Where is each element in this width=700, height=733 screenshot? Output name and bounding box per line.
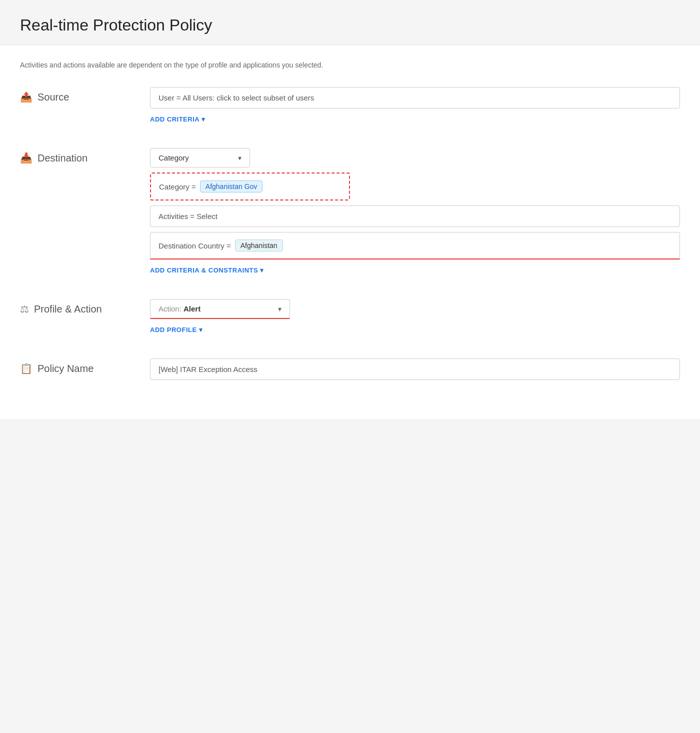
page-subtitle: Activities and actions available are dep… bbox=[20, 61, 680, 69]
destination-country-prefix: Destination Country = bbox=[158, 242, 231, 250]
profile-action-label: ⚖ Profile & Action bbox=[20, 299, 150, 315]
category-value-tag[interactable]: Afghanistan Gov bbox=[200, 180, 263, 192]
destination-country-row[interactable]: Destination Country = Afghanistan bbox=[150, 232, 680, 260]
activities-field[interactable]: Activities = Select bbox=[150, 206, 680, 227]
category-prefix: Category = bbox=[159, 182, 196, 191]
page-title: Real-time Protection Policy bbox=[20, 16, 680, 34]
policy-name-section: 📋 Policy Name [Web] ITAR Exception Acces… bbox=[20, 358, 680, 385]
category-criteria-row[interactable]: Category = Afghanistan Gov bbox=[150, 172, 350, 200]
action-dropdown-arrow: ▾ bbox=[278, 305, 282, 313]
source-content: User = All Users: click to select subset… bbox=[150, 87, 680, 125]
profile-action-content: Action: Alert ▾ ADD PROFILE ▾ bbox=[150, 299, 680, 336]
policy-name-icon: 📋 bbox=[20, 362, 32, 374]
category-dropdown-arrow: ▾ bbox=[238, 154, 242, 162]
source-icon: 📤 bbox=[20, 91, 32, 103]
policy-name-content: [Web] ITAR Exception Access bbox=[150, 358, 680, 380]
action-dropdown[interactable]: Action: Alert ▾ bbox=[150, 299, 290, 319]
destination-add-constraints-button[interactable]: ADD CRITERIA & CONSTRAINTS ▾ bbox=[150, 264, 680, 276]
destination-content: Category ▾ Category = Afghanistan Gov Ac… bbox=[150, 148, 680, 276]
source-section: 📤 Source User = All Users: click to sele… bbox=[20, 87, 680, 130]
add-profile-button[interactable]: ADD PROFILE ▾ bbox=[150, 324, 680, 336]
destination-country-value-tag[interactable]: Afghanistan bbox=[235, 240, 283, 252]
policy-name-label: 📋 Policy Name bbox=[20, 358, 150, 374]
category-dropdown[interactable]: Category ▾ bbox=[150, 148, 250, 168]
profile-action-icon: ⚖ bbox=[20, 303, 29, 315]
source-add-criteria-button[interactable]: ADD CRITERIA ▾ bbox=[150, 114, 680, 125]
destination-icon: 📥 bbox=[20, 152, 32, 164]
destination-label: 📥 Destination bbox=[20, 148, 150, 164]
destination-section: 📥 Destination Category ▾ Category = Afgh… bbox=[20, 148, 680, 281]
source-label: 📤 Source bbox=[20, 87, 150, 103]
action-dropdown-label: Action: Alert bbox=[158, 304, 200, 313]
policy-name-field[interactable]: [Web] ITAR Exception Access bbox=[150, 358, 680, 380]
profile-action-section: ⚖ Profile & Action Action: Alert ▾ ADD P… bbox=[20, 299, 680, 340]
source-user-field[interactable]: User = All Users: click to select subset… bbox=[150, 87, 680, 108]
